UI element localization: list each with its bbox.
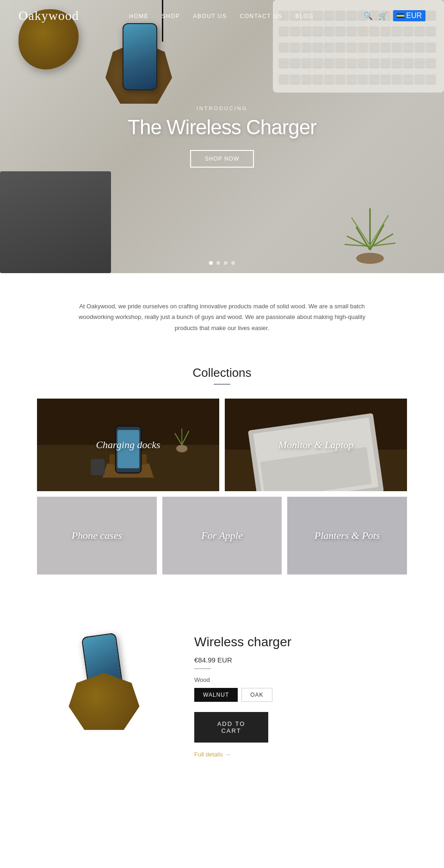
collection-label-planters-pots: Planters & Pots: [314, 530, 380, 542]
card-bg-charging: Charging docks: [37, 399, 219, 491]
hero-dot-1[interactable]: [209, 261, 213, 265]
svg-rect-16: [91, 459, 105, 475]
hero-section: // Will render keys via JS below: [0, 0, 444, 273]
keyboard-key: [324, 75, 334, 84]
collection-card-planters-pots[interactable]: Planters & Pots: [287, 497, 407, 575]
keyboard-key: [403, 75, 413, 84]
keyboard-key: [313, 43, 322, 52]
keyboard-key: [381, 43, 390, 52]
keyboard-key: [369, 43, 379, 52]
cart-icon[interactable]: 🛒: [378, 12, 388, 20]
collection-card-for-apple[interactable]: For Apple: [162, 497, 282, 575]
hero-introducing: INTRODUCING: [128, 106, 316, 111]
hero-dot-4[interactable]: [231, 261, 235, 265]
product-info: Wireless charger €84.99 EUR Wood WALNUT …: [194, 625, 407, 758]
keyboard-key: [414, 58, 424, 68]
keyboard-key: [358, 58, 368, 68]
about-text: At Oakywood, we pride ourselves on craft…: [79, 301, 365, 333]
keyboard-key: [392, 58, 401, 68]
product-section: Wireless charger €84.99 EUR Wood WALNUT …: [0, 602, 444, 776]
keyboard-key: [392, 75, 401, 84]
hero-cta-button[interactable]: SHOP NOW: [190, 150, 254, 168]
keyboard-key: [426, 75, 436, 84]
nav-about[interactable]: ABOUT US: [193, 13, 227, 19]
nav-contact[interactable]: CONTACT US: [240, 13, 282, 19]
keyboard-key: [381, 58, 390, 68]
keyboard-key: [313, 58, 322, 68]
product-price-divider: [194, 668, 211, 669]
collections-section: Collections: [0, 361, 444, 602]
collections-title: Collections: [37, 366, 407, 380]
svg-line-6: [370, 215, 388, 245]
product-material-label: Wood: [194, 676, 407, 683]
keyboard-key: [302, 58, 311, 68]
product-image-area: [37, 625, 176, 755]
nav-blog[interactable]: BLOG: [295, 13, 313, 19]
keyboard-key: [347, 58, 357, 68]
collections-grid-bottom: Phone cases For Apple Planters & Pots: [37, 497, 407, 575]
about-section: At Oakywood, we pride ourselves on craft…: [0, 273, 444, 361]
full-details-link[interactable]: Full details: [194, 751, 407, 758]
hero-dot-2[interactable]: [216, 261, 220, 265]
hero-dots: [209, 261, 235, 265]
collection-label-for-apple: For Apple: [201, 530, 242, 542]
product-name: Wireless charger: [194, 635, 407, 649]
keyboard-key: [426, 43, 436, 52]
svg-point-0: [356, 253, 384, 264]
card-bg-phone: Phone cases: [37, 497, 157, 575]
keyboard-key: [335, 58, 345, 68]
keyboard-key: [313, 75, 322, 84]
hero-text-overlay: INTRODUCING The Wireless Charger SHOP NO…: [128, 106, 316, 168]
collection-card-charging-docks[interactable]: Charging docks: [37, 399, 219, 491]
keyboard-key: [358, 43, 368, 52]
keyboard-key: [392, 43, 401, 52]
keyboard-key: [414, 75, 424, 84]
keyboard-key: [324, 43, 334, 52]
navigation: Oakywood HOME SHOP ABOUT US CONTACT US B…: [0, 0, 444, 31]
site-logo[interactable]: Oakywood: [18, 8, 79, 23]
keyboard-key: [358, 75, 368, 84]
plant-decoration: [342, 204, 398, 264]
keyboard-key: [347, 75, 357, 84]
nav-shop[interactable]: SHOP: [161, 13, 180, 19]
keyboard-key: [302, 75, 311, 84]
option-oak[interactable]: OAK: [241, 688, 272, 702]
keyboard-key: [369, 58, 379, 68]
collection-card-monitor-laptop[interactable]: Monitor & Laptop: [225, 399, 407, 491]
hero-dot-3[interactable]: [224, 261, 228, 265]
keyboard-key: [403, 58, 413, 68]
phone-decoration: [123, 23, 157, 90]
nav-home[interactable]: HOME: [129, 13, 148, 19]
card-bg-planters: Planters & Pots: [287, 497, 407, 575]
keyboard-key: [290, 58, 300, 68]
currency-selector[interactable]: EUR: [393, 10, 426, 21]
svg-point-17: [176, 445, 187, 452]
svg-line-5: [352, 218, 370, 245]
keyboard-key: [403, 43, 413, 52]
product-charger-base: [65, 669, 143, 737]
collection-label-phone-cases: Phone cases: [72, 530, 122, 542]
notebook-decoration: [0, 171, 111, 273]
keyboard-key: [335, 75, 345, 84]
hero-title: The Wireless Charger: [128, 116, 316, 139]
keyboard-key: [369, 75, 379, 84]
keyboard-key: [279, 75, 289, 84]
keyboard-key: [302, 43, 311, 52]
collections-grid-top: Charging docks Monitor & Laptop: [37, 399, 407, 491]
collection-label-monitor-laptop: Monitor & Laptop: [278, 439, 354, 451]
keyboard-key: [426, 58, 436, 68]
keyboard-key: [335, 43, 345, 52]
product-image: [56, 635, 157, 746]
collections-divider: [214, 384, 230, 385]
product-price: €84.99 EUR: [194, 656, 407, 664]
collection-card-phone-cases[interactable]: Phone cases: [37, 497, 157, 575]
option-walnut[interactable]: WALNUT: [194, 688, 238, 702]
keyboard-key: [381, 75, 390, 84]
keyboard-key: [324, 58, 334, 68]
card-bg-apple: For Apple: [162, 497, 282, 575]
add-to-cart-button[interactable]: ADD TO CART: [194, 712, 268, 743]
keyboard-key: [347, 43, 357, 52]
keyboard-key: [414, 43, 424, 52]
keyboard-key: [279, 43, 289, 52]
search-icon[interactable]: 🔍: [364, 12, 373, 20]
